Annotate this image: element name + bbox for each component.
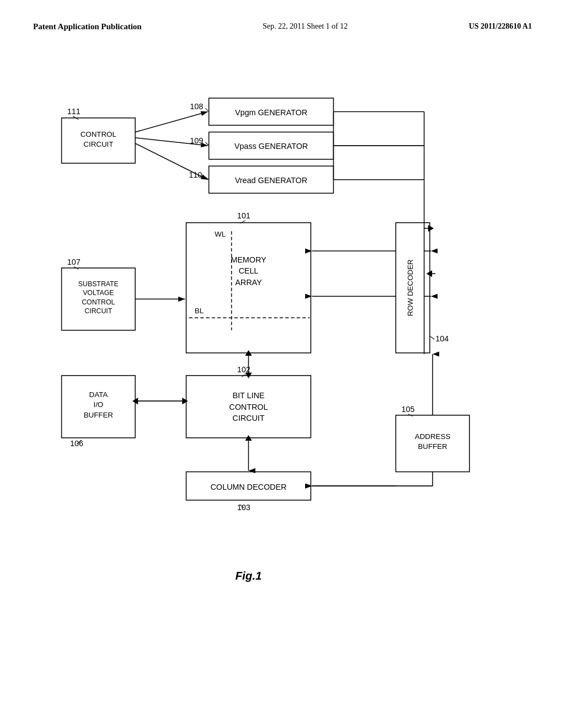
svg-text:DATA: DATA bbox=[89, 390, 108, 399]
svg-text:ARRAY: ARRAY bbox=[235, 278, 262, 287]
svg-text:Vread GENERATOR: Vread GENERATOR bbox=[235, 176, 307, 185]
svg-text:104: 104 bbox=[435, 334, 449, 343]
svg-text:ROW DECODER: ROW DECODER bbox=[406, 259, 414, 316]
svg-text:CIRCUIT: CIRCUIT bbox=[84, 307, 112, 315]
svg-rect-33 bbox=[186, 223, 311, 353]
svg-text:107: 107 bbox=[67, 258, 81, 266]
svg-text:Vpass GENERATOR: Vpass GENERATOR bbox=[234, 142, 308, 151]
svg-text:CONTROL: CONTROL bbox=[229, 403, 268, 411]
svg-text:I/O: I/O bbox=[93, 400, 103, 409]
page-header: Patent Application Publication Sep. 22, … bbox=[0, 0, 565, 31]
svg-text:BUFFER: BUFFER bbox=[84, 411, 113, 419]
svg-line-15 bbox=[205, 108, 209, 111]
svg-text:CELL: CELL bbox=[238, 266, 258, 275]
svg-marker-98 bbox=[427, 270, 432, 277]
svg-text:Fig.1: Fig.1 bbox=[235, 569, 262, 582]
svg-text:CIRCUIT: CIRCUIT bbox=[232, 414, 264, 422]
header-center: Sep. 22, 2011 Sheet 1 of 12 bbox=[263, 22, 348, 31]
svg-text:101: 101 bbox=[237, 211, 250, 220]
svg-line-51 bbox=[430, 336, 434, 339]
header-left: Patent Application Publication bbox=[33, 22, 142, 31]
svg-text:BUFFER: BUFFER bbox=[418, 442, 447, 451]
svg-text:MEMORY: MEMORY bbox=[231, 255, 266, 264]
circuit-diagram: Vpgm GENERATOR Vpass GENERATOR Vread GEN… bbox=[28, 66, 537, 645]
svg-text:SUBSTRATE: SUBSTRATE bbox=[78, 280, 119, 288]
svg-text:105: 105 bbox=[402, 405, 415, 414]
svg-text:COLUMN DECODER: COLUMN DECODER bbox=[210, 483, 286, 491]
svg-text:CONTROL: CONTROL bbox=[81, 130, 116, 138]
svg-line-25 bbox=[135, 112, 207, 132]
svg-text:WL: WL bbox=[215, 230, 226, 238]
svg-text:VOLTAGE: VOLTAGE bbox=[83, 289, 114, 297]
diagram-area: Vpgm GENERATOR Vpass GENERATOR Vread GEN… bbox=[28, 66, 537, 645]
svg-text:CIRCUIT: CIRCUIT bbox=[83, 140, 113, 148]
svg-text:Vpgm GENERATOR: Vpgm GENERATOR bbox=[235, 108, 307, 117]
svg-marker-95 bbox=[428, 225, 434, 232]
svg-text:BIT LINE: BIT LINE bbox=[232, 391, 264, 400]
svg-text:CONTROL: CONTROL bbox=[82, 298, 115, 306]
svg-marker-76 bbox=[182, 398, 188, 404]
svg-line-27 bbox=[135, 143, 207, 180]
svg-text:111: 111 bbox=[67, 107, 81, 116]
svg-text:BL: BL bbox=[195, 307, 204, 315]
svg-text:ADDRESS: ADDRESS bbox=[415, 432, 451, 441]
svg-text:108: 108 bbox=[190, 102, 203, 111]
header-right: US 2011/228610 A1 bbox=[469, 22, 532, 31]
